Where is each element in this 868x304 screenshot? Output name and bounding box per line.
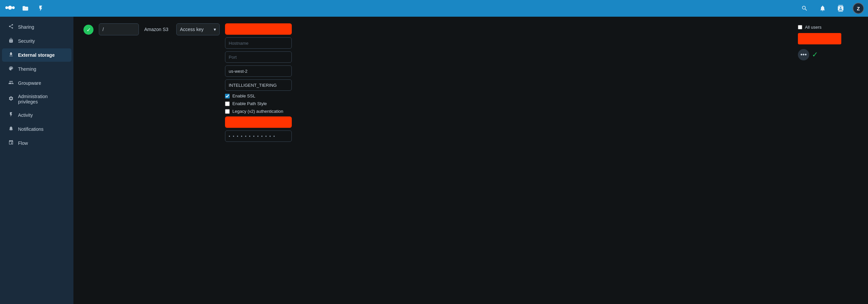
activity-nav-button[interactable] xyxy=(35,2,47,14)
notifications-sidebar-icon xyxy=(8,126,14,133)
region-input[interactable] xyxy=(225,65,292,77)
dots-icon: ••• xyxy=(801,52,807,58)
enable-path-style-label[interactable]: Enable Path Style xyxy=(225,101,793,106)
legacy-auth-text: Legacy (v2) authentication xyxy=(232,109,283,114)
enable-path-style-checkbox[interactable] xyxy=(225,101,230,106)
search-button[interactable] xyxy=(799,2,811,14)
config-inputs-section: Enable SSL Enable Path Style Legacy (v2)… xyxy=(225,23,793,142)
logo[interactable] xyxy=(4,2,16,15)
enable-ssl-label[interactable]: Enable SSL xyxy=(225,94,793,98)
topbar-right: Z xyxy=(799,2,864,14)
lock-icon xyxy=(8,38,14,44)
topbar-left xyxy=(4,2,47,15)
app-layout: Sharing Security External storage Themin… xyxy=(0,17,868,304)
storage-type-label: Amazon S3 xyxy=(144,23,171,35)
notifications-button[interactable] xyxy=(816,2,829,14)
contacts-button[interactable] xyxy=(835,2,847,14)
sidebar-item-flow-label: Flow xyxy=(18,140,28,146)
status-indicator: ✓ xyxy=(84,25,93,35)
redacted-right-field[interactable] xyxy=(798,33,841,44)
right-panel: All users ••• ✓ xyxy=(798,23,858,60)
sidebar-item-activity[interactable]: Activity xyxy=(2,108,71,122)
sidebar-item-external-storage-label: External storage xyxy=(18,53,55,58)
sidebar-item-groupware-label: Groupware xyxy=(18,80,41,86)
sidebar-item-activity-label: Activity xyxy=(18,112,33,118)
sidebar-item-theming-label: Theming xyxy=(18,66,36,72)
people-icon xyxy=(8,80,14,87)
enable-path-style-text: Enable Path Style xyxy=(232,101,267,106)
access-key-field[interactable] xyxy=(225,116,292,128)
all-users-text: All users xyxy=(805,25,822,30)
all-users-checkbox[interactable] xyxy=(798,25,802,29)
sidebar-item-flow[interactable]: Flow xyxy=(2,136,71,150)
sidebar-item-groupware[interactable]: Groupware xyxy=(2,76,71,90)
auth-type-label: Access key xyxy=(180,27,204,32)
palette-icon xyxy=(8,66,14,72)
sidebar-item-sharing[interactable]: Sharing xyxy=(2,20,71,34)
sidebar-item-security[interactable]: Security xyxy=(2,34,71,48)
sidebar-item-external-storage[interactable]: External storage xyxy=(2,48,71,62)
sidebar: Sharing Security External storage Themin… xyxy=(0,17,73,304)
gear-icon xyxy=(8,96,14,102)
storage-row: ✓ Amazon S3 Access key ▾ xyxy=(84,23,858,142)
chevron-down-icon: ▾ xyxy=(214,27,216,32)
mount-path-input[interactable] xyxy=(99,23,139,35)
flow-icon xyxy=(8,140,14,146)
enable-ssl-text: Enable SSL xyxy=(232,94,255,98)
main-content: ✓ Amazon S3 Access key ▾ xyxy=(73,17,868,304)
sidebar-item-administration-privileges-label: Administration privileges xyxy=(18,94,65,104)
checkmark-icon: ✓ xyxy=(812,50,818,59)
share-icon xyxy=(8,24,14,30)
legacy-auth-checkbox[interactable] xyxy=(225,109,230,114)
hostname-input[interactable] xyxy=(225,37,292,49)
sidebar-item-security-label: Security xyxy=(18,38,35,44)
bolt-icon xyxy=(8,112,14,119)
action-buttons: ••• ✓ xyxy=(798,49,858,60)
secret-key-field[interactable]: • • • • • • • • • • • • xyxy=(225,131,292,142)
port-input[interactable] xyxy=(225,52,292,63)
legacy-auth-label[interactable]: Legacy (v2) authentication xyxy=(225,109,793,114)
storage-class-input[interactable] xyxy=(225,79,292,91)
svg-point-2 xyxy=(5,6,8,9)
sidebar-item-notifications-label: Notifications xyxy=(18,127,43,132)
external-storage-icon xyxy=(8,52,14,58)
secret-key-dots: • • • • • • • • • • • • xyxy=(229,134,275,139)
more-options-button[interactable]: ••• xyxy=(798,49,809,60)
auth-type-dropdown[interactable]: Access key ▾ xyxy=(176,23,220,35)
sidebar-item-notifications[interactable]: Notifications xyxy=(2,123,71,136)
files-nav-button[interactable] xyxy=(19,2,31,14)
enable-ssl-checkbox[interactable] xyxy=(225,94,230,98)
avatar[interactable]: Z xyxy=(852,3,864,14)
svg-point-1 xyxy=(8,6,12,10)
all-users-label[interactable]: All users xyxy=(798,23,858,30)
topbar: Z xyxy=(0,0,868,17)
sidebar-item-administration-privileges[interactable]: Administration privileges xyxy=(2,91,71,108)
sidebar-item-sharing-label: Sharing xyxy=(18,24,34,30)
confirm-button[interactable]: ✓ xyxy=(812,50,818,59)
svg-point-3 xyxy=(12,6,15,9)
sidebar-item-theming[interactable]: Theming xyxy=(2,62,71,76)
storage-area: ✓ Amazon S3 Access key ▾ xyxy=(73,17,868,152)
check-icon: ✓ xyxy=(87,27,91,33)
redacted-field-1[interactable] xyxy=(225,23,292,35)
